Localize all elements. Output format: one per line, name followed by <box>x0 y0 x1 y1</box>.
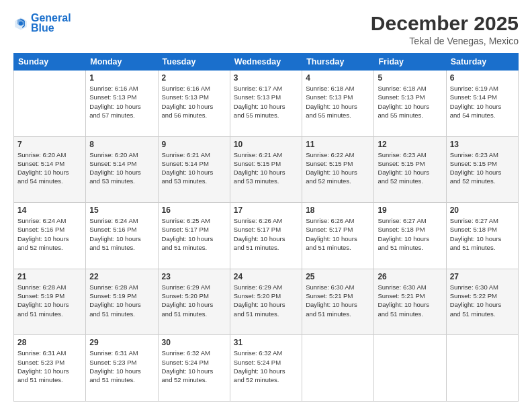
day-info: Sunrise: 6:28 AM Sunset: 5:19 PM Dayligh… <box>89 283 154 318</box>
day-info: Sunrise: 6:18 AM Sunset: 5:13 PM Dayligh… <box>306 84 370 120</box>
col-header-thursday: Thursday <box>302 54 374 71</box>
day-number: 11 <box>306 140 370 149</box>
calendar-cell: 4Sunrise: 6:18 AM Sunset: 5:13 PM Daylig… <box>302 71 374 137</box>
day-number: 10 <box>234 140 298 149</box>
day-number: 27 <box>450 272 515 281</box>
day-info: Sunrise: 6:19 AM Sunset: 5:14 PM Dayligh… <box>450 84 515 120</box>
day-info: Sunrise: 6:30 AM Sunset: 5:22 PM Dayligh… <box>450 283 515 318</box>
calendar-cell: 19Sunrise: 6:27 AM Sunset: 5:18 PM Dayli… <box>374 203 446 269</box>
subtitle: Tekal de Venegas, Mexico <box>371 36 519 46</box>
day-number: 3 <box>234 73 298 83</box>
day-number: 15 <box>89 205 154 215</box>
day-number: 29 <box>89 338 154 347</box>
calendar-cell: 24Sunrise: 6:29 AM Sunset: 5:20 PM Dayli… <box>230 269 302 335</box>
day-info: Sunrise: 6:20 AM Sunset: 5:14 PM Dayligh… <box>89 150 154 186</box>
day-number: 24 <box>234 272 298 281</box>
calendar-cell: 9Sunrise: 6:21 AM Sunset: 5:14 PM Daylig… <box>158 136 230 203</box>
logo: General Blue <box>13 12 71 34</box>
day-number: 1 <box>89 73 154 83</box>
day-info: Sunrise: 6:29 AM Sunset: 5:20 PM Dayligh… <box>234 283 298 318</box>
day-info: Sunrise: 6:26 AM Sunset: 5:17 PM Dayligh… <box>306 216 370 252</box>
calendar-cell: 29Sunrise: 6:31 AM Sunset: 5:23 PM Dayli… <box>86 335 158 402</box>
calendar-cell: 20Sunrise: 6:27 AM Sunset: 5:18 PM Dayli… <box>446 203 518 269</box>
day-info: Sunrise: 6:31 AM Sunset: 5:23 PM Dayligh… <box>89 349 154 384</box>
calendar-cell: 7Sunrise: 6:20 AM Sunset: 5:14 PM Daylig… <box>14 136 86 203</box>
svg-point-1 <box>19 21 23 26</box>
day-number: 13 <box>450 140 515 149</box>
calendar-cell: 23Sunrise: 6:29 AM Sunset: 5:20 PM Dayli… <box>158 269 230 335</box>
calendar-cell: 15Sunrise: 6:24 AM Sunset: 5:16 PM Dayli… <box>86 203 158 269</box>
calendar-cell: 11Sunrise: 6:22 AM Sunset: 5:15 PM Dayli… <box>302 136 374 203</box>
day-info: Sunrise: 6:29 AM Sunset: 5:20 PM Dayligh… <box>162 283 226 318</box>
calendar-cell <box>302 335 374 402</box>
calendar-cell: 6Sunrise: 6:19 AM Sunset: 5:14 PM Daylig… <box>446 71 518 137</box>
col-header-monday: Monday <box>86 54 158 71</box>
main-title: December 2025 <box>371 12 519 34</box>
calendar-cell <box>14 71 86 137</box>
header: General Blue December 2025 Tekal de Vene… <box>13 12 519 46</box>
day-info: Sunrise: 6:16 AM Sunset: 5:13 PM Dayligh… <box>162 84 226 120</box>
day-info: Sunrise: 6:24 AM Sunset: 5:16 PM Dayligh… <box>17 216 82 252</box>
calendar-cell <box>446 335 518 402</box>
col-header-saturday: Saturday <box>446 54 518 71</box>
day-number: 16 <box>162 205 226 215</box>
day-number: 12 <box>378 140 442 149</box>
day-info: Sunrise: 6:30 AM Sunset: 5:21 PM Dayligh… <box>306 283 370 318</box>
day-number: 20 <box>450 205 515 215</box>
calendar-week-2: 7Sunrise: 6:20 AM Sunset: 5:14 PM Daylig… <box>14 136 519 203</box>
day-number: 21 <box>17 272 82 281</box>
day-info: Sunrise: 6:32 AM Sunset: 5:24 PM Dayligh… <box>162 349 226 384</box>
calendar-cell: 10Sunrise: 6:21 AM Sunset: 5:15 PM Dayli… <box>230 136 302 203</box>
day-number: 5 <box>378 73 442 83</box>
day-info: Sunrise: 6:30 AM Sunset: 5:21 PM Dayligh… <box>378 283 442 318</box>
day-number: 19 <box>378 205 442 215</box>
day-info: Sunrise: 6:22 AM Sunset: 5:15 PM Dayligh… <box>306 150 370 186</box>
calendar-cell: 5Sunrise: 6:18 AM Sunset: 5:13 PM Daylig… <box>374 71 446 137</box>
calendar-cell: 25Sunrise: 6:30 AM Sunset: 5:21 PM Dayli… <box>302 269 374 335</box>
col-header-friday: Friday <box>374 54 446 71</box>
col-header-sunday: Sunday <box>14 54 86 71</box>
day-number: 7 <box>17 140 82 149</box>
day-number: 17 <box>234 205 298 215</box>
calendar-cell: 14Sunrise: 6:24 AM Sunset: 5:16 PM Dayli… <box>14 203 86 269</box>
calendar-week-5: 28Sunrise: 6:31 AM Sunset: 5:23 PM Dayli… <box>14 335 519 402</box>
calendar-cell <box>374 335 446 402</box>
calendar-cell: 13Sunrise: 6:23 AM Sunset: 5:15 PM Dayli… <box>446 136 518 203</box>
calendar-week-1: 1Sunrise: 6:16 AM Sunset: 5:13 PM Daylig… <box>14 71 519 137</box>
day-number: 31 <box>234 338 298 347</box>
day-number: 22 <box>89 272 154 281</box>
day-number: 25 <box>306 272 370 281</box>
calendar-cell: 31Sunrise: 6:32 AM Sunset: 5:24 PM Dayli… <box>230 335 302 402</box>
calendar-cell: 3Sunrise: 6:17 AM Sunset: 5:13 PM Daylig… <box>230 71 302 137</box>
title-block: December 2025 Tekal de Venegas, Mexico <box>371 12 519 46</box>
day-info: Sunrise: 6:25 AM Sunset: 5:17 PM Dayligh… <box>162 216 226 252</box>
calendar-cell: 21Sunrise: 6:28 AM Sunset: 5:19 PM Dayli… <box>14 269 86 335</box>
day-number: 23 <box>162 272 226 281</box>
calendar-cell: 16Sunrise: 6:25 AM Sunset: 5:17 PM Dayli… <box>158 203 230 269</box>
calendar-cell: 30Sunrise: 6:32 AM Sunset: 5:24 PM Dayli… <box>158 335 230 402</box>
day-number: 14 <box>17 205 82 215</box>
day-info: Sunrise: 6:21 AM Sunset: 5:14 PM Dayligh… <box>162 150 226 186</box>
day-info: Sunrise: 6:28 AM Sunset: 5:19 PM Dayligh… <box>17 283 82 318</box>
day-info: Sunrise: 6:27 AM Sunset: 5:18 PM Dayligh… <box>450 216 515 252</box>
day-info: Sunrise: 6:27 AM Sunset: 5:18 PM Dayligh… <box>378 216 442 252</box>
calendar-cell: 26Sunrise: 6:30 AM Sunset: 5:21 PM Dayli… <box>374 269 446 335</box>
calendar-cell: 1Sunrise: 6:16 AM Sunset: 5:13 PM Daylig… <box>86 71 158 137</box>
day-number: 30 <box>162 338 226 347</box>
calendar-cell: 8Sunrise: 6:20 AM Sunset: 5:14 PM Daylig… <box>86 136 158 203</box>
day-number: 2 <box>162 73 226 83</box>
day-number: 28 <box>17 338 82 347</box>
calendar-cell: 28Sunrise: 6:31 AM Sunset: 5:23 PM Dayli… <box>14 335 86 402</box>
page: General Blue December 2025 Tekal de Vene… <box>0 0 532 411</box>
day-info: Sunrise: 6:26 AM Sunset: 5:17 PM Dayligh… <box>234 216 298 252</box>
day-number: 18 <box>306 205 370 215</box>
calendar-week-4: 21Sunrise: 6:28 AM Sunset: 5:19 PM Dayli… <box>14 269 519 335</box>
day-info: Sunrise: 6:17 AM Sunset: 5:13 PM Dayligh… <box>234 84 298 120</box>
day-number: 8 <box>89 140 154 149</box>
logo-text: General Blue <box>31 12 71 34</box>
day-number: 9 <box>162 140 226 149</box>
calendar-table: SundayMondayTuesdayWednesdayThursdayFrid… <box>13 53 519 402</box>
day-info: Sunrise: 6:31 AM Sunset: 5:23 PM Dayligh… <box>17 349 82 384</box>
calendar-cell: 22Sunrise: 6:28 AM Sunset: 5:19 PM Dayli… <box>86 269 158 335</box>
calendar-cell: 17Sunrise: 6:26 AM Sunset: 5:17 PM Dayli… <box>230 203 302 269</box>
